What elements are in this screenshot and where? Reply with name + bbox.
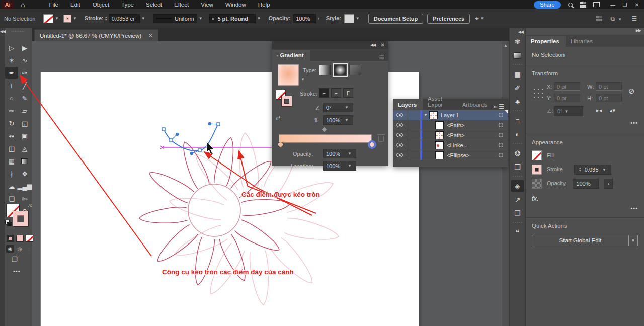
layer-row-ellipse[interactable]: <Ellipse> — [393, 150, 508, 160]
menu-file[interactable]: File — [43, 0, 64, 9]
layer-thumbnail[interactable] — [435, 131, 444, 139]
rotate-tool[interactable]: ↻ — [5, 117, 18, 129]
layer-target-icon[interactable] — [499, 143, 503, 147]
appearance-stroke-swatch[interactable] — [532, 165, 542, 175]
panel-menu-icon[interactable]: ☰ — [379, 54, 388, 61]
stroke-weight-stepper[interactable]: ▲▼ — [104, 16, 109, 21]
pen-tool[interactable]: ✒ — [5, 67, 18, 79]
brushes-panel-icon[interactable]: ✐ — [511, 82, 524, 94]
toolbar-drag-handle[interactable]: •••••••• — [5, 28, 32, 33]
default-fill-stroke-icon[interactable] — [5, 220, 10, 224]
stroke-weight-label[interactable]: Stroke: — [85, 15, 104, 22]
snap-options-chevron-icon[interactable]: ▼ — [478, 16, 486, 21]
flip-vertical-icon[interactable]: ▴▾ — [610, 107, 615, 114]
magic-wand-tool[interactable]: ✶ — [5, 54, 18, 66]
style-label[interactable]: Style: — [326, 15, 341, 22]
ellipse-tool[interactable]: ○ — [5, 92, 18, 104]
menu-select[interactable]: Select — [140, 0, 168, 9]
delete-stop-icon[interactable] — [378, 136, 384, 142]
linear-gradient-button[interactable] — [319, 65, 331, 75]
constrain-proportions-icon[interactable]: ⊘ — [628, 87, 635, 96]
gradient-mode-button[interactable] — [16, 235, 24, 242]
menu-window[interactable]: Window — [219, 0, 252, 9]
symbol-sprayer-tool[interactable]: ☁ — [5, 180, 18, 192]
menu-object[interactable]: Object — [87, 0, 115, 9]
eyedropper-tool[interactable]: ∤ — [5, 168, 18, 180]
reverse-gradient-icon[interactable]: ⇄ — [276, 115, 280, 121]
window-restore-button[interactable]: ❐ — [619, 2, 631, 8]
appearance-stroke-label[interactable]: Stroke — [547, 166, 563, 173]
x-input[interactable]: 0 pt — [554, 82, 580, 91]
width-tool[interactable]: ↭ — [5, 130, 18, 142]
snap-options-icon[interactable]: ⌖ — [475, 15, 478, 23]
color-mode-button[interactable] — [7, 235, 14, 242]
shaper-tool[interactable]: ✏ — [5, 105, 18, 117]
gradient-panel-icon[interactable] — [511, 49, 524, 61]
stroke-chevron-icon[interactable]: ▼ — [71, 16, 78, 21]
shape-builder-tool[interactable]: ◫ — [5, 142, 18, 154]
swatches-panel-icon[interactable]: ▦ — [511, 68, 524, 80]
layer-thumbnail[interactable] — [435, 121, 444, 129]
blend-tool[interactable]: ❖ — [18, 168, 31, 180]
canvas-vertical-scrollbar[interactable]: ▲ — [502, 41, 509, 326]
appearance-fill-swatch[interactable] — [532, 150, 542, 160]
share-button[interactable]: Share — [534, 1, 560, 9]
line-segment-tool[interactable]: ╱ — [18, 79, 31, 92]
stroke-across-button[interactable]: Γ — [343, 88, 353, 98]
edit-toolbar-icon[interactable]: ••• — [13, 268, 21, 274]
appearance-opacity-swatch[interactable] — [532, 179, 542, 189]
draw-behind-mode-button[interactable]: ◎ — [16, 245, 24, 253]
layer-name[interactable]: <Path> — [447, 132, 464, 138]
fill-chevron-icon[interactable]: ▼ — [53, 16, 60, 21]
draw-normal-mode-button[interactable]: ◉ — [6, 245, 14, 253]
layers-panel-icon[interactable]: ◈ — [511, 180, 524, 192]
stroke-panel-icon[interactable]: ≡ — [511, 115, 524, 127]
layer-name[interactable]: <Ellipse> — [447, 152, 469, 158]
gradient-midpoint-handle[interactable] — [322, 127, 327, 132]
export-panel-icon[interactable]: ↗ — [511, 194, 524, 206]
document-setup-button[interactable]: Document Setup — [368, 14, 423, 24]
flip-horizontal-icon[interactable]: ▸◂ — [596, 107, 602, 114]
layer-visibility-icon[interactable] — [393, 120, 407, 130]
graphic-styles-panel-icon[interactable]: ❒ — [511, 161, 524, 173]
artboards-tab[interactable]: Artboards — [457, 99, 494, 110]
stroke-along-button[interactable]: ⌐ — [331, 88, 341, 98]
layer-name[interactable]: <Path> — [447, 122, 464, 128]
gradient-aspect-select[interactable]: 100%▼ — [323, 115, 353, 125]
canvas[interactable]: ▲ — [32, 41, 509, 326]
direction-handle[interactable] — [176, 133, 179, 136]
style-swatch[interactable] — [344, 14, 354, 23]
document-close-icon[interactable]: ✕ — [148, 33, 152, 38]
symbols-panel-icon[interactable]: ♣ — [511, 96, 524, 108]
color-panel-icon[interactable]: ✾ — [511, 36, 524, 48]
layers-menu-icon[interactable]: ☰ — [499, 103, 508, 110]
menu-view[interactable]: View — [195, 0, 219, 9]
stop-opacity-select[interactable]: 100%▼ — [323, 149, 356, 158]
appearance-stroke-weight[interactable]: ▲▼ 0.0353 ▼ — [574, 165, 611, 175]
perspective-grid-tool[interactable]: ◬ — [18, 142, 31, 154]
gradient-slider[interactable] — [279, 134, 372, 143]
gradient-eyedropper-icon[interactable]: ✑ — [278, 141, 283, 148]
layer-visibility-icon[interactable] — [393, 150, 407, 160]
appearance-opacity-value[interactable]: 100% — [573, 179, 599, 189]
draw-inside-mode-button[interactable]: ◌ — [25, 245, 33, 253]
gradient-panel-tab[interactable]: ◦ Gradient — [272, 50, 310, 61]
eraser-tool[interactable]: ▱ — [18, 105, 31, 117]
workspace-switcher-icon[interactable] — [580, 2, 587, 8]
mesh-tool[interactable]: ▦ — [5, 155, 18, 167]
layer-row-layer-1[interactable]: ▼Layer 1 — [393, 110, 508, 120]
opacity-expand-icon[interactable]: › — [316, 16, 320, 21]
home-icon[interactable]: ⌂ — [21, 1, 25, 9]
layer-target-icon[interactable] — [499, 123, 503, 127]
layer-expand-icon[interactable]: ▼ — [422, 113, 429, 117]
gradient-stop-end[interactable] — [369, 142, 375, 147]
none-mode-button[interactable] — [26, 235, 33, 242]
touch-workspace-icon[interactable] — [596, 16, 603, 22]
radial-gradient-button[interactable] — [334, 65, 346, 75]
lasso-tool[interactable]: ∿ — [18, 54, 31, 66]
gradient-stroke-proxy[interactable] — [281, 96, 292, 107]
transparency-panel-icon[interactable]: ◐ — [511, 128, 524, 140]
layer-thumbnail[interactable] — [435, 141, 444, 149]
menu-effect[interactable]: Effect — [168, 0, 195, 9]
arrange-documents-icon[interactable] — [593, 2, 600, 7]
